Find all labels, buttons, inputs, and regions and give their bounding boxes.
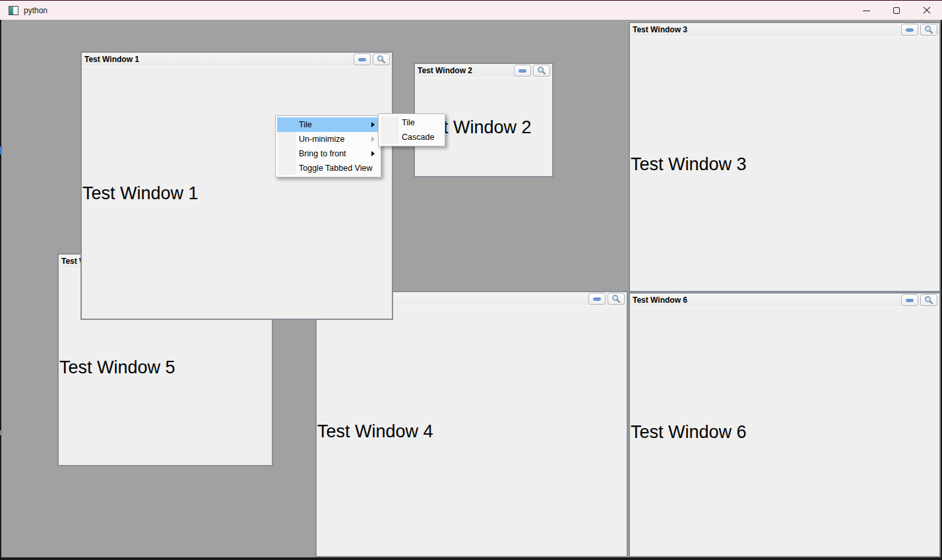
left-border-tick	[0, 146, 2, 154]
subwindow-maximize-button[interactable]	[533, 65, 550, 77]
submenu-item-cascade[interactable]: Cascade	[380, 130, 443, 144]
subwindow-label: Test Window 1	[82, 183, 199, 203]
magnifier-icon	[924, 296, 933, 305]
subwindow-maximize-button[interactable]	[920, 294, 937, 306]
subwindow-label: Test Window 5	[59, 357, 175, 377]
context-menu: Tile Un-minimize Bring to front Toggle T…	[275, 115, 381, 177]
minimize-icon	[863, 11, 870, 11]
subwindow-titlebar[interactable]: Test Window 6	[630, 294, 939, 307]
menu-item-toggle-tabbed-view[interactable]: Toggle Tabbed View	[277, 161, 379, 175]
submenu-arrow-icon	[371, 137, 375, 142]
subwindow-minimize-button[interactable]	[901, 294, 918, 306]
maximize-button[interactable]	[881, 1, 912, 20]
subwindow-content: Test Window 4	[317, 307, 627, 556]
submenu-arrow-icon	[371, 151, 375, 156]
subwindow-content: Test Window 6	[630, 308, 939, 556]
magnifier-icon	[377, 55, 386, 64]
subwindow-titlebar[interactable]: Test Window 3	[630, 23, 939, 37]
mdi-area: Test Window 3 Test Window 3	[0, 20, 942, 560]
menu-item-un-minimize[interactable]: Un-minimize	[277, 132, 379, 146]
maximize-icon	[893, 7, 900, 14]
left-border-tick	[0, 430, 2, 435]
subwindow-test-window-6: Test Window 6 Test Window 6	[629, 292, 941, 557]
subwindow-label: Test Window 4	[317, 421, 433, 442]
app-title: python	[24, 6, 47, 15]
close-icon	[923, 7, 931, 15]
menu-item-bring-to-front[interactable]: Bring to front	[277, 146, 379, 161]
minimize-dash-icon	[906, 299, 914, 302]
subwindow-test-window-1: Test Window 1 Test Window 1	[80, 51, 393, 320]
subwindow-minimize-button[interactable]	[354, 53, 371, 65]
subwindow-content: Test Window 1	[82, 67, 392, 319]
app-titlebar[interactable]: python	[0, 0, 942, 20]
magnifier-icon	[612, 294, 621, 303]
submenu-item-tile[interactable]: Tile	[380, 115, 443, 130]
subwindow-title: Test Window 2	[418, 66, 472, 75]
submenu-arrow-icon	[371, 122, 375, 127]
magnifier-icon	[537, 66, 546, 75]
subwindow-test-window-3: Test Window 3 Test Window 3	[629, 22, 941, 292]
subwindow-maximize-button[interactable]	[608, 293, 625, 305]
app-icon[interactable]	[9, 6, 18, 15]
minimize-dash-icon	[358, 58, 366, 61]
subwindow-title: Test Window 1	[84, 55, 139, 64]
application-window: python Test Window 3	[0, 0, 942, 560]
subwindow-test-window-4: Test Window 4 Test Window 4	[315, 291, 628, 557]
magnifier-icon	[924, 25, 933, 34]
subwindow-label: Test Window 6	[631, 422, 747, 443]
app-icon-pane	[13, 7, 18, 15]
subwindow-maximize-button[interactable]	[920, 24, 937, 36]
caption-buttons	[851, 1, 942, 20]
close-button[interactable]	[912, 1, 942, 20]
minimize-dash-icon	[518, 69, 526, 73]
subwindow-minimize-button[interactable]	[514, 65, 531, 77]
subwindow-title: Test Window 3	[633, 25, 687, 34]
subwindow-minimize-button[interactable]	[901, 24, 918, 36]
minimize-dash-icon	[906, 28, 914, 32]
subwindow-titlebar[interactable]: Test Window 2	[415, 64, 552, 78]
tile-submenu: Tile Cascade	[378, 113, 445, 146]
subwindow-label: Test Window 3	[631, 154, 747, 175]
menu-item-tile[interactable]: Tile	[277, 117, 379, 132]
subwindow-content: Test Window 3	[630, 38, 939, 291]
subwindow-title: Test Window 6	[633, 296, 687, 305]
subwindow-minimize-button[interactable]	[588, 293, 606, 305]
subwindow-maximize-button[interactable]	[373, 53, 390, 65]
subwindow-titlebar[interactable]: Test Window 1	[82, 53, 392, 67]
minimize-dash-icon	[593, 297, 601, 301]
minimize-button[interactable]	[851, 1, 881, 20]
